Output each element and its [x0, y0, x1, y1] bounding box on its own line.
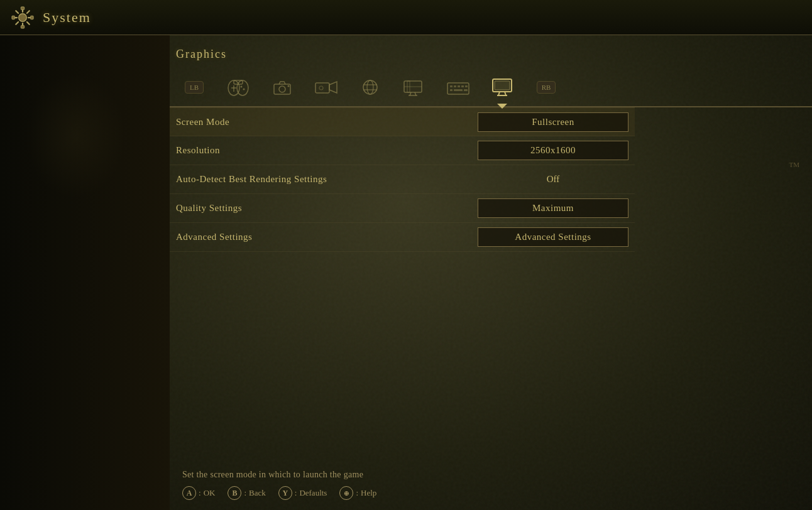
- svg-rect-37: [458, 85, 460, 87]
- help-text: Set the screen mode in which to launch t…: [182, 470, 799, 480]
- svg-rect-23: [315, 83, 329, 93]
- header-title: System: [43, 9, 91, 26]
- settings-row-quality[interactable]: Quality Settings Maximum: [170, 194, 635, 223]
- tm-mark: TM: [789, 161, 800, 168]
- svg-point-27: [367, 80, 373, 94]
- settings-table: Screen Mode Fullscreen Resolution 2560x1…: [170, 107, 635, 252]
- section-title: Graphics: [170, 48, 812, 68]
- tab-hud[interactable]: [392, 68, 436, 106]
- svg-line-6: [27, 21, 30, 24]
- settings-row-auto-detect[interactable]: Auto-Detect Best Rendering Settings Off: [170, 165, 635, 194]
- settings-row-advanced[interactable]: Advanced Settings Advanced Settings: [170, 223, 635, 252]
- svg-line-7: [27, 11, 30, 13]
- screen-mode-box[interactable]: Fullscreen: [478, 112, 628, 132]
- advanced-value[interactable]: Advanced Settings: [478, 227, 628, 247]
- main-content: Graphics LB: [170, 35, 812, 510]
- back-button-icon: B: [228, 486, 241, 500]
- bottom-bar: Set the screen mode in which to launch t…: [170, 460, 812, 510]
- auto-detect-text: Off: [478, 174, 628, 185]
- svg-rect-10: [21, 25, 24, 28]
- quality-label: Quality Settings: [176, 203, 478, 214]
- help-button-icon: ⊕: [339, 486, 353, 500]
- svg-point-19: [243, 89, 245, 90]
- svg-rect-36: [454, 85, 456, 87]
- hud-icon: [402, 78, 426, 97]
- tab-monitor[interactable]: [480, 68, 524, 106]
- resolution-value[interactable]: 2560x1600: [478, 141, 628, 160]
- svg-rect-34: [447, 83, 469, 94]
- settings-row-resolution[interactable]: Resolution 2560x1600: [170, 136, 635, 165]
- svg-rect-9: [21, 6, 24, 9]
- svg-rect-40: [450, 89, 453, 91]
- svg-rect-12: [31, 16, 34, 19]
- ok-button-icon: A: [182, 486, 196, 500]
- defaults-button-icon: Y: [278, 486, 292, 500]
- hint-defaults: Y : Defaults: [278, 486, 327, 500]
- svg-point-26: [363, 80, 377, 94]
- auto-detect-label: Auto-Detect Best Rendering Settings: [176, 174, 478, 185]
- svg-line-5: [16, 11, 18, 13]
- resolution-box[interactable]: 2560x1600: [478, 141, 628, 160]
- advanced-label: Advanced Settings: [176, 232, 478, 242]
- rb-button-label[interactable]: RB: [537, 81, 556, 94]
- lb-button-label[interactable]: LB: [185, 81, 204, 94]
- tab-video[interactable]: [304, 68, 348, 106]
- hint-help: ⊕ : Help: [339, 486, 376, 500]
- left-panel: [0, 35, 170, 510]
- tab-bar: LB: [170, 68, 812, 107]
- svg-rect-41: [454, 89, 463, 91]
- svg-point-0: [19, 13, 27, 21]
- tab-controller[interactable]: [216, 68, 260, 106]
- screen-mode-value[interactable]: Fullscreen: [478, 112, 628, 132]
- advanced-box[interactable]: Advanced Settings: [478, 227, 628, 247]
- tab-keyboard[interactable]: [436, 68, 480, 106]
- globe-icon: [359, 78, 381, 97]
- video-icon: [314, 78, 338, 97]
- screen-mode-label: Screen Mode: [176, 117, 478, 127]
- svg-point-21: [279, 86, 285, 92]
- svg-point-18: [241, 86, 243, 88]
- svg-point-25: [319, 86, 323, 90]
- back-label: Back: [249, 488, 266, 498]
- controller-icon: [228, 78, 249, 97]
- svg-rect-11: [12, 16, 15, 19]
- hint-ok: A : OK: [182, 486, 215, 500]
- quality-value[interactable]: Maximum: [478, 198, 628, 218]
- auto-detect-value: Off: [478, 174, 628, 185]
- svg-rect-42: [464, 89, 468, 91]
- tab-globe[interactable]: [348, 68, 392, 106]
- monitor-icon: [491, 77, 513, 97]
- svg-rect-47: [495, 81, 510, 90]
- camera-icon: [272, 78, 293, 97]
- svg-rect-35: [450, 85, 453, 87]
- button-hints: A : OK B : Back Y : Defaults ⊕ : Help: [182, 486, 799, 500]
- svg-rect-38: [461, 85, 464, 87]
- keyboard-icon: [446, 78, 471, 97]
- ok-label: OK: [204, 488, 216, 498]
- header-icon: [10, 5, 35, 30]
- resolution-label: Resolution: [176, 145, 478, 156]
- svg-marker-24: [329, 82, 337, 93]
- svg-point-22: [288, 85, 290, 87]
- header-bar: System: [0, 0, 812, 35]
- gear-icon: [11, 6, 34, 29]
- help-label: Help: [361, 488, 376, 498]
- settings-row-screen-mode[interactable]: Screen Mode Fullscreen: [170, 107, 635, 136]
- tab-rb[interactable]: RB: [524, 68, 568, 106]
- tab-camera[interactable]: [260, 68, 304, 106]
- defaults-label: Defaults: [299, 488, 327, 498]
- tab-lb[interactable]: LB: [172, 68, 216, 106]
- svg-rect-39: [465, 85, 468, 87]
- quality-box[interactable]: Maximum: [478, 198, 628, 218]
- hint-back: B : Back: [228, 486, 265, 500]
- svg-line-8: [16, 21, 18, 24]
